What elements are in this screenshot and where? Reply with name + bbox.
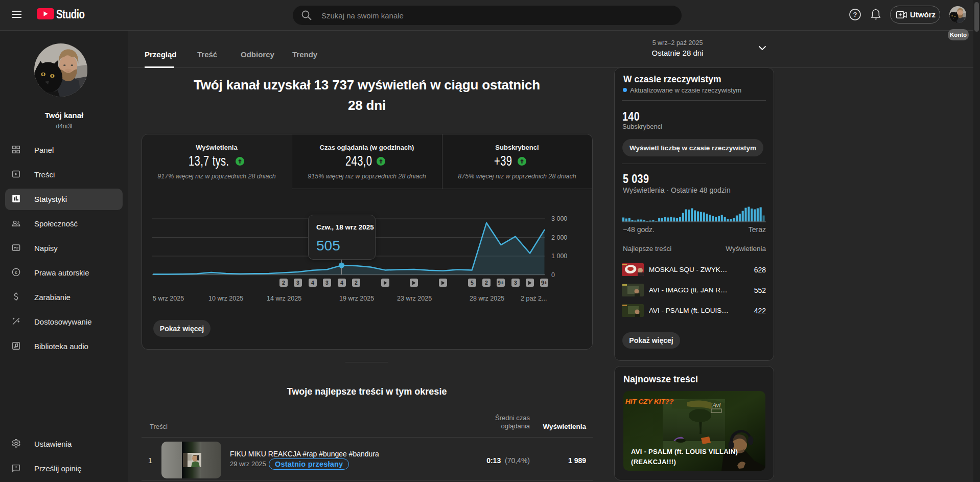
svg-text:Avi: Avi [712, 401, 721, 409]
svg-text:AVI - PSALM (ft. LOUIS VILLAIN: AVI - PSALM (ft. LOUIS VILLAIN) [631, 448, 738, 455]
svg-text:(REAKCJA!!!): (REAKCJA!!!) [631, 458, 676, 466]
svg-text:?: ? [853, 11, 857, 18]
svg-text:HIT CZY KIT??: HIT CZY KIT?? [625, 398, 673, 405]
